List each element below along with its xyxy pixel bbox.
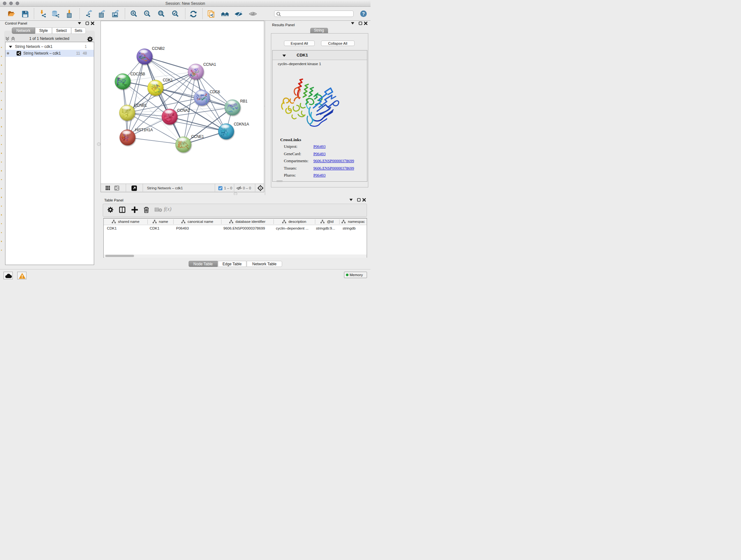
svg-text:CCNE1: CCNE1: [191, 134, 204, 139]
svg-text:CDC6: CDC6: [210, 90, 220, 94]
svg-text:CCNA1: CCNA1: [203, 62, 216, 67]
svg-text:HIST1H1A: HIST1H1A: [135, 128, 153, 132]
svg-text:CDKN1A: CDKN1A: [233, 122, 249, 126]
svg-text:?: ?: [362, 11, 365, 16]
svg-text:CCNA2: CCNA2: [177, 108, 190, 113]
svg-text:CCNB2: CCNB2: [152, 46, 165, 51]
svg-text:CDK1: CDK1: [163, 78, 173, 82]
svg-text:CCNB1: CCNB1: [134, 103, 147, 108]
svg-text:RB1: RB1: [240, 99, 247, 104]
svg-text:CDC25B: CDC25B: [130, 72, 145, 76]
